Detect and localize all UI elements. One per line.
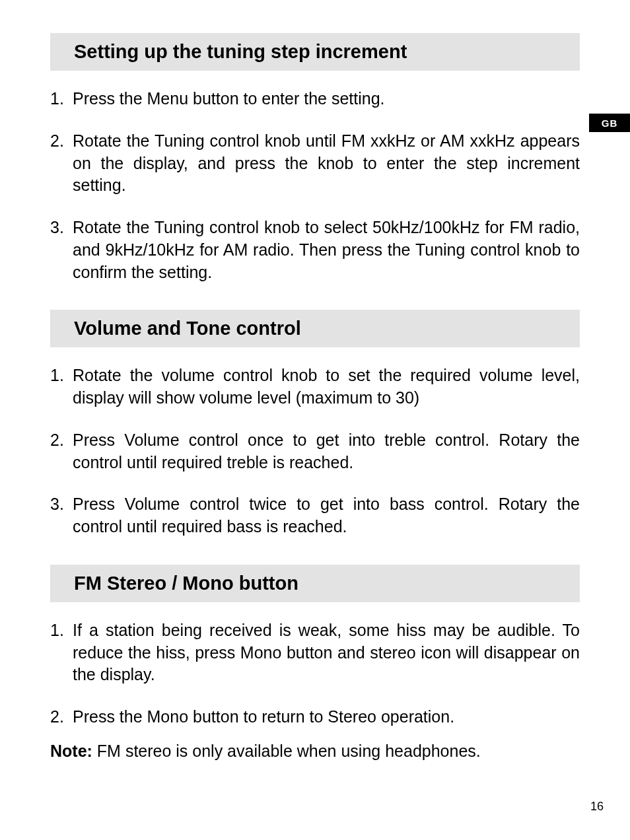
item-text: Press the Menu button to enter the setti… <box>73 88 580 110</box>
list-item: 1. Press the Menu button to enter the se… <box>50 88 580 110</box>
page-number: 16 <box>590 800 604 814</box>
item-text: Press the Mono button to return to Stere… <box>73 706 580 728</box>
ordered-list: 1. Rotate the volume control knob to set… <box>50 365 580 538</box>
item-number: 3. <box>50 217 73 283</box>
list-item: 2. Press the Mono button to return to St… <box>50 706 580 728</box>
item-number: 1. <box>50 88 73 110</box>
language-tab: GB <box>589 114 630 132</box>
section-heading: Volume and Tone control <box>50 310 580 347</box>
list-item: 2. Rotate the Tuning control knob until … <box>50 130 580 197</box>
section-heading: Setting up the tuning step increment <box>50 33 580 71</box>
manual-page: GB Setting up the tuning step increment … <box>0 0 630 840</box>
ordered-list: 1. If a station being received is weak, … <box>50 619 580 728</box>
item-text: Rotate the Tuning control knob until FM … <box>73 130 580 197</box>
item-number: 2. <box>50 130 73 197</box>
list-item: 1. If a station being received is weak, … <box>50 619 580 686</box>
item-text: If a station being received is weak, som… <box>73 619 580 686</box>
item-text: Rotate the volume control knob to set th… <box>73 365 580 409</box>
note-text: FM stereo is only available when using h… <box>92 742 481 760</box>
note: Note: FM stereo is only available when u… <box>50 742 580 761</box>
ordered-list: 1. Press the Menu button to enter the se… <box>50 88 580 283</box>
item-number: 1. <box>50 619 73 686</box>
item-text: Rotate the Tuning control knob to select… <box>73 217 580 283</box>
item-number: 2. <box>50 706 73 728</box>
item-number: 1. <box>50 365 73 409</box>
list-item: 1. Rotate the volume control knob to set… <box>50 365 580 409</box>
list-item: 3. Rotate the Tuning control knob to sel… <box>50 217 580 283</box>
item-text: Press Volume control twice to get into b… <box>73 493 580 538</box>
item-number: 3. <box>50 493 73 538</box>
list-item: 3. Press Volume control twice to get int… <box>50 493 580 538</box>
list-item: 2. Press Volume control once to get into… <box>50 429 580 474</box>
section-heading: FM Stereo / Mono button <box>50 565 580 602</box>
item-text: Press Volume control once to get into tr… <box>73 429 580 474</box>
item-number: 2. <box>50 429 73 474</box>
note-label: Note: <box>50 742 92 760</box>
